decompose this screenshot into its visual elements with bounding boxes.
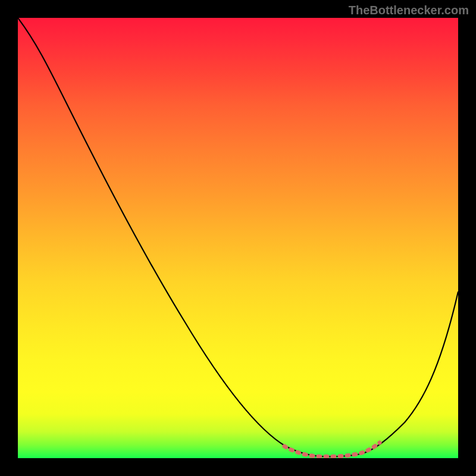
plot-area [18, 18, 458, 458]
flat-region-marker-line [284, 443, 380, 456]
watermark-text: TheBottlenecker.com [349, 4, 469, 17]
chart-container: TheBottlenecker.com [0, 0, 476, 476]
bottleneck-curve-line [18, 18, 458, 456]
curve-svg [18, 18, 458, 458]
